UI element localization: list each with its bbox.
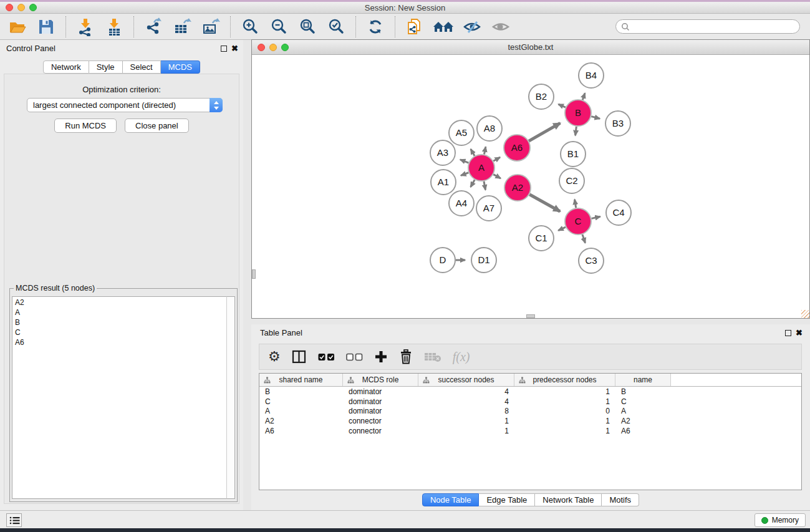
- table-cell[interactable]: 4: [418, 397, 514, 406]
- table-cell[interactable]: B: [615, 387, 671, 396]
- tab-node-table[interactable]: Node Table: [422, 493, 480, 506]
- mcds-result-item[interactable]: B: [12, 317, 227, 327]
- graph-edge-C-C3[interactable]: [582, 235, 586, 243]
- column-header-mcds-role[interactable]: MCDS role: [343, 374, 418, 386]
- table-cell[interactable]: A2: [615, 417, 671, 425]
- graph-edge-A-A5[interactable]: [471, 149, 475, 156]
- close-panel-icon[interactable]: ✖: [231, 46, 238, 52]
- graph-edge-C-C4[interactable]: [592, 216, 600, 218]
- graph-node-B2[interactable]: B2: [529, 84, 554, 109]
- open-session-button[interactable]: [6, 16, 29, 38]
- network-horizontal-scrollbar[interactable]: [526, 314, 535, 318]
- graph-edge-B-B3[interactable]: [591, 117, 600, 119]
- table-cell[interactable]: connector: [343, 417, 418, 425]
- graph-node-B3[interactable]: B3: [605, 111, 630, 136]
- tab-network[interactable]: Network: [43, 60, 89, 74]
- deselect-all-button[interactable]: [346, 353, 363, 361]
- task-history-button[interactable]: [6, 513, 22, 527]
- close-panel-button[interactable]: Close panel: [125, 118, 189, 133]
- table-settings-button[interactable]: ⚙: [268, 349, 281, 365]
- column-header-name[interactable]: name: [615, 374, 671, 386]
- tab-motifs[interactable]: Motifs: [602, 493, 639, 506]
- graph-node-A2[interactable]: A2: [504, 175, 531, 201]
- table-cell[interactable]: C: [259, 397, 343, 406]
- graph-node-B[interactable]: B: [565, 100, 591, 126]
- mcds-result-item[interactable]: A: [12, 307, 227, 317]
- table-cell[interactable]: 4: [418, 387, 514, 396]
- table-cell[interactable]: 1: [418, 417, 514, 425]
- column-chooser-button[interactable]: [292, 350, 307, 364]
- table-cell[interactable]: 1: [514, 417, 615, 425]
- network-resize-grip[interactable]: [801, 310, 809, 318]
- table-cell[interactable]: A6: [259, 427, 343, 435]
- table-cell[interactable]: dominator: [343, 407, 418, 415]
- table-row[interactable]: Adominator80A: [259, 406, 801, 416]
- add-column-button[interactable]: [374, 350, 388, 364]
- table-row[interactable]: Bdominator41B: [259, 387, 801, 397]
- column-header-shared-name[interactable]: shared name: [259, 374, 343, 386]
- graph-node-A7[interactable]: A7: [476, 196, 501, 221]
- table-cell[interactable]: 8: [418, 407, 514, 415]
- graph-node-D1[interactable]: D1: [471, 248, 496, 273]
- table-row[interactable]: A6connector11A6: [259, 426, 801, 436]
- save-session-button[interactable]: [35, 16, 57, 38]
- table-cell[interactable]: 1: [514, 427, 615, 435]
- zoom-out-button[interactable]: [268, 16, 290, 38]
- graph-node-A[interactable]: A: [468, 155, 494, 181]
- table-cell[interactable]: 1: [418, 427, 514, 435]
- clone-network-button[interactable]: [403, 16, 426, 38]
- close-table-panel-icon[interactable]: ✖: [796, 330, 803, 336]
- home-views-button[interactable]: [432, 16, 455, 38]
- export-network-button[interactable]: [142, 16, 165, 38]
- table-cell[interactable]: connector: [343, 427, 418, 435]
- float-panel-icon[interactable]: [221, 46, 227, 52]
- tab-mcds[interactable]: MCDS: [161, 60, 200, 74]
- criterion-dropdown[interactable]: largest connected component (directed): [27, 98, 223, 112]
- tab-edge-table[interactable]: Edge Table: [479, 493, 535, 506]
- graph-node-A8[interactable]: A8: [477, 116, 502, 141]
- show-graphics-button[interactable]: [489, 16, 512, 38]
- graph-edge-A-A1[interactable]: [461, 173, 468, 176]
- select-all-button[interactable]: [318, 353, 335, 361]
- graph-node-C3[interactable]: C3: [579, 248, 604, 273]
- hide-graphics-button[interactable]: [461, 16, 483, 38]
- network-canvas-area[interactable]: B4B2BB3A8A5A6A3B1AC2A1A2A4A7C4CC1C3DD1: [252, 55, 809, 318]
- graph-node-A1[interactable]: A1: [431, 170, 456, 195]
- graph-edge-A-A4[interactable]: [471, 180, 475, 187]
- mcds-result-item[interactable]: A2: [12, 297, 227, 307]
- zoom-fit-button[interactable]: [296, 16, 319, 38]
- table-cell[interactable]: 1: [514, 387, 615, 396]
- graph-edge-C-C2[interactable]: [575, 200, 576, 208]
- table-cell[interactable]: A6: [615, 427, 671, 435]
- apply-layout-button[interactable]: [364, 16, 387, 38]
- graph-edge-B-B2[interactable]: [558, 104, 565, 107]
- table-row[interactable]: Cdominator41C: [259, 397, 801, 407]
- delete-column-button[interactable]: [399, 349, 413, 364]
- run-mcds-button[interactable]: Run MCDS: [54, 118, 117, 133]
- graph-edge-B-B1[interactable]: [576, 127, 577, 135]
- graph-edge-A2-C[interactable]: [529, 195, 560, 211]
- mcds-result-item[interactable]: A6: [12, 337, 227, 347]
- mcds-result-list[interactable]: A2ABCA6: [12, 296, 227, 499]
- mcds-result-item[interactable]: C: [12, 327, 227, 337]
- tab-select[interactable]: Select: [123, 60, 161, 74]
- table-cell[interactable]: A: [259, 407, 343, 415]
- table-cell[interactable]: A: [615, 407, 671, 415]
- float-table-panel-icon[interactable]: [785, 330, 791, 336]
- tab-network-table[interactable]: Network Table: [535, 493, 602, 506]
- network-vertical-scrollbar[interactable]: [252, 269, 256, 279]
- import-network-button[interactable]: [74, 16, 97, 38]
- graph-node-C[interactable]: C: [565, 208, 591, 235]
- graph-edge-A-A6[interactable]: [493, 157, 500, 161]
- table-cell[interactable]: A2: [259, 417, 343, 425]
- column-header-predecessor-nodes[interactable]: predecessor nodes: [514, 374, 615, 386]
- graph-edge-A-A3[interactable]: [460, 160, 469, 163]
- memory-button[interactable]: Memory: [755, 513, 806, 527]
- export-table-button[interactable]: [171, 16, 193, 38]
- graph-edge-A-A7[interactable]: [484, 181, 486, 190]
- import-table-button[interactable]: [103, 16, 125, 38]
- table-cell[interactable]: C: [615, 397, 671, 406]
- table-cell[interactable]: B: [259, 387, 343, 396]
- column-header-successor-nodes[interactable]: successor nodes: [418, 374, 514, 386]
- graph-edge-A6-B[interactable]: [529, 123, 560, 141]
